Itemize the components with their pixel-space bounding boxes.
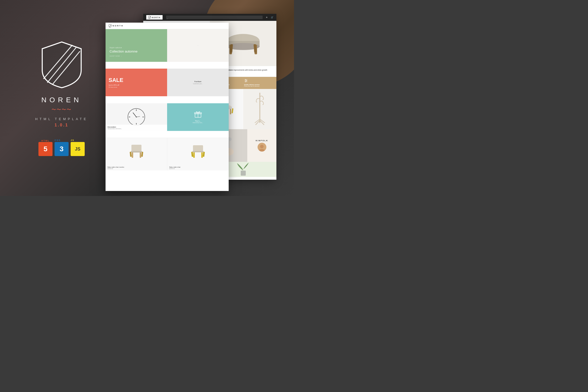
avatar-svg xyxy=(258,144,266,152)
back-kinfolk-section: KINFOLK xyxy=(247,129,276,162)
shield-logo xyxy=(40,40,84,89)
svg-rect-91 xyxy=(193,152,195,158)
svg-rect-69 xyxy=(241,171,246,176)
front-chair-price-2: $348.00 xyxy=(169,168,227,169)
svg-point-51 xyxy=(246,80,247,81)
front-top-right: → xyxy=(167,29,229,62)
brand-subtitle: HTML TEMPLATE xyxy=(35,117,88,121)
clock-svg xyxy=(127,108,146,126)
teal-cell[interactable]: The h... Distinctively harn... xyxy=(167,103,229,131)
css3-badge: CSS 3 xyxy=(55,137,69,156)
front-chair-img-2 xyxy=(167,138,229,165)
svg-point-67 xyxy=(260,145,264,148)
back-logo-text: NORTH xyxy=(152,17,161,18)
back-feature-2: Quality delivery service Priority time s… xyxy=(244,79,274,87)
kinfolk-avatar xyxy=(258,143,266,152)
svg-rect-58 xyxy=(231,108,233,114)
teal-subtitle: Distinctively harn... xyxy=(193,122,203,123)
front-body: Style advice Collection automne SHOP NOW… xyxy=(106,29,229,191)
svg-line-78 xyxy=(133,113,136,117)
sliders-icon xyxy=(244,79,248,82)
svg-rect-83 xyxy=(131,145,141,152)
front-top-right-placeholder: → xyxy=(197,45,199,46)
svg-rect-90 xyxy=(192,151,204,152)
css-label: CSS xyxy=(55,139,61,141)
screenshots-container: NORTH ⌕ ≡ 🛒 xyxy=(98,0,294,196)
back-menu-icon[interactable]: ≡ xyxy=(266,16,267,19)
plant-svg xyxy=(233,162,253,177)
html5-number: 5 xyxy=(38,142,53,156)
svg-point-50 xyxy=(245,79,246,80)
kinfolk-label: KINFOLK xyxy=(256,139,268,142)
svg-point-52 xyxy=(245,81,246,82)
feature2-title: Quality delivery service xyxy=(244,84,274,85)
front-chair-2[interactable]: Baby cabin chair $348.00 xyxy=(167,138,229,170)
back-coat-rack-area xyxy=(243,89,277,129)
html-label: HTML xyxy=(41,139,50,142)
svg-rect-89 xyxy=(193,145,203,152)
furniture-cell[interactable]: Furniture Customize your... xyxy=(167,69,229,96)
svg-line-3 xyxy=(149,16,150,18)
front-header: NORTH xyxy=(106,23,229,29)
svg-line-4 xyxy=(149,17,151,19)
teal-content: The h... Distinctively harn... xyxy=(193,111,203,123)
svg-rect-92 xyxy=(201,152,203,158)
back-header-logo: NORTH xyxy=(146,15,163,20)
svg-rect-56 xyxy=(230,109,231,114)
brand-version: 1.0.1 xyxy=(55,123,69,127)
brand-divider: 〜〜〜〜 xyxy=(52,107,72,113)
svg-rect-94 xyxy=(203,152,205,157)
feature2-desc: Priority time slots for deliveries. xyxy=(244,86,274,87)
front-product-bottom: Baby cabin chair mumbo $299.99 xyxy=(106,138,229,170)
search-placeholder: ⌕ xyxy=(166,18,168,19)
svg-rect-85 xyxy=(132,152,133,158)
svg-rect-59 xyxy=(259,93,260,123)
front-chair-svg-2 xyxy=(189,143,207,160)
brand-name: NOREN xyxy=(41,96,82,104)
js-badge: JS JS xyxy=(71,137,85,156)
html5-badge: HTML 5 xyxy=(38,139,53,156)
teal-title: The h... xyxy=(193,120,203,122)
furniture-content: Furniture Customize your... xyxy=(193,81,203,84)
coat-rack-svg xyxy=(254,93,266,125)
svg-rect-93 xyxy=(191,152,193,157)
hero-ottoman-svg xyxy=(223,27,263,60)
furniture-subtitle: Customize your... xyxy=(193,83,203,84)
furniture-title: Furniture xyxy=(193,81,203,82)
back-search-bar[interactable]: ⌕ xyxy=(166,16,263,19)
front-chair-info-2: Baby cabin chair $348.00 xyxy=(167,165,229,170)
gift-icon xyxy=(194,111,202,118)
tech-badges: HTML 5 CSS 3 JS JS xyxy=(38,137,85,156)
css3-number: 3 xyxy=(55,142,69,156)
screenshot-front: NORTH Style advice Collection automne SH… xyxy=(106,23,229,191)
front-chair-svg-1 xyxy=(128,143,145,160)
svg-line-79 xyxy=(136,117,140,117)
js-number: JS xyxy=(71,142,85,156)
js-label: JS xyxy=(71,139,74,141)
back-header: NORTH ⌕ ≡ 🛒 xyxy=(143,14,276,21)
svg-point-68 xyxy=(259,149,265,152)
left-branding-section: NOREN 〜〜〜〜 HTML TEMPLATE 1.0.1 HTML 5 CS… xyxy=(0,0,123,196)
back-logo-icon xyxy=(148,16,151,19)
svg-rect-86 xyxy=(140,152,141,158)
back-cart-icon[interactable]: 🛒 xyxy=(271,16,273,19)
